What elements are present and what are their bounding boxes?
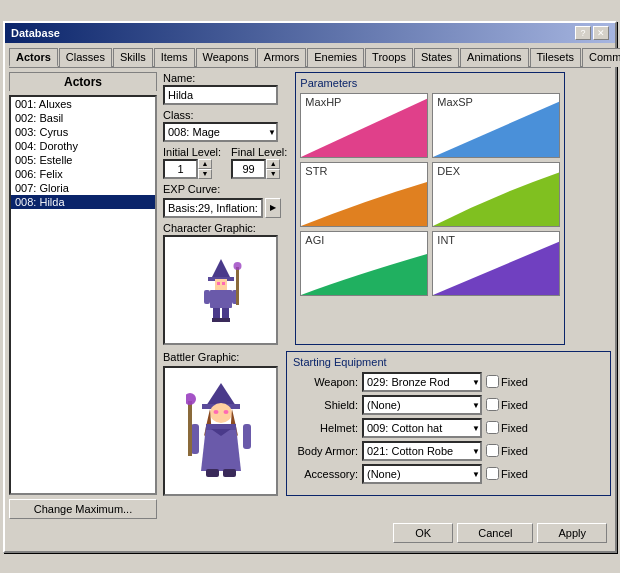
svg-point-25: [186, 393, 196, 405]
svg-rect-28: [223, 469, 236, 477]
fixed-checkbox-1: Fixed: [486, 398, 528, 411]
name-input[interactable]: [163, 85, 278, 105]
fixed-checkbox-3: Fixed: [486, 444, 528, 457]
svg-rect-4: [222, 282, 225, 285]
equip-label-1: Shield:: [293, 399, 358, 411]
fixed-label-2: Fixed: [501, 422, 528, 434]
cancel-button[interactable]: Cancel: [457, 523, 533, 543]
change-maximum-button[interactable]: Change Maximum...: [9, 499, 157, 519]
initial-level-down[interactable]: ▼: [198, 169, 212, 179]
final-level-label: Final Level:: [231, 146, 287, 158]
final-level-spinner: ▲ ▼: [231, 159, 287, 179]
actor-item-004[interactable]: 004: Dorothy: [11, 139, 155, 153]
tab-skills[interactable]: Skills: [113, 48, 153, 67]
equip-select-4[interactable]: (None): [362, 464, 482, 484]
param-grid: MaxHPMaxSPSTRDEXAGIINT: [300, 93, 560, 296]
ok-button[interactable]: OK: [393, 523, 453, 543]
initial-level-input[interactable]: [163, 159, 198, 179]
param-box-str: STR: [300, 162, 428, 227]
apply-button[interactable]: Apply: [537, 523, 607, 543]
equip-label-0: Weapon:: [293, 376, 358, 388]
tab-animations[interactable]: Animations: [460, 48, 528, 67]
exp-expand-button[interactable]: ▶: [265, 198, 281, 218]
equip-select-wrapper-2: 009: Cotton hat: [362, 418, 482, 438]
equipment-title: Starting Equipment: [293, 356, 604, 368]
final-level-down[interactable]: ▼: [266, 169, 280, 179]
title-bar: Database ? ✕: [5, 23, 615, 43]
fixed-check-3[interactable]: [486, 444, 499, 457]
fixed-check-0[interactable]: [486, 375, 499, 388]
actor-item-003[interactable]: 003: Cyrus: [11, 125, 155, 139]
parameters-section: Parameters MaxHPMaxSPSTRDEXAGIINT: [295, 72, 565, 345]
svg-rect-12: [212, 318, 221, 322]
actor-item-007[interactable]: 007: Gloria: [11, 181, 155, 195]
equip-select-2[interactable]: 009: Cotton hat: [362, 418, 482, 438]
tab-troops[interactable]: Troops: [365, 48, 413, 67]
fixed-check-2[interactable]: [486, 421, 499, 434]
actor-list[interactable]: 001: Aluxes002: Basil003: Cyrus004: Doro…: [9, 95, 157, 495]
param-label-maxsp: MaxSP: [437, 96, 472, 108]
svg-point-19: [210, 403, 232, 423]
svg-point-20: [213, 410, 218, 414]
main-layout: Actors 001: Aluxes002: Basil003: Cyrus00…: [9, 72, 611, 519]
final-level-group: Final Level: ▲ ▼: [231, 146, 287, 179]
fixed-checkbox-2: Fixed: [486, 421, 528, 434]
tab-items[interactable]: Items: [154, 48, 195, 67]
class-select[interactable]: 008: Mage: [163, 122, 278, 142]
form-section: Name: Class: 008: Mage: [163, 72, 287, 345]
param-box-dex: DEX: [432, 162, 560, 227]
tab-common-events[interactable]: Common Events: [582, 48, 620, 67]
character-sprite-svg: [196, 257, 246, 322]
tab-bar: ActorsClassesSkillsItemsWeaponsArmorsEne…: [9, 47, 611, 68]
actor-item-005[interactable]: 005: Estelle: [11, 153, 155, 167]
level-row: Initial Level: ▲ ▼ Fina: [163, 146, 287, 179]
fixed-label-1: Fixed: [501, 399, 528, 411]
actors-panel-title: Actors: [9, 72, 157, 91]
actor-item-002[interactable]: 002: Basil: [11, 111, 155, 125]
left-panel: Actors 001: Aluxes002: Basil003: Cyrus00…: [9, 72, 157, 519]
actor-item-008[interactable]: 008: Hilda: [11, 195, 155, 209]
fixed-check-4[interactable]: [486, 467, 499, 480]
exp-label: EXP Curve:: [163, 183, 287, 195]
svg-marker-0: [211, 259, 231, 279]
exp-input[interactable]: [163, 198, 263, 218]
character-graphic-preview[interactable]: [163, 235, 278, 345]
fixed-check-1[interactable]: [486, 398, 499, 411]
tab-armors[interactable]: Armors: [257, 48, 306, 67]
title-bar-buttons: ? ✕: [575, 26, 609, 40]
equip-select-3[interactable]: 021: Cotton Robe: [362, 441, 482, 461]
tab-weapons[interactable]: Weapons: [196, 48, 256, 67]
equip-select-0[interactable]: 029: Bronze Rod: [362, 372, 482, 392]
tab-enemies[interactable]: Enemies: [307, 48, 364, 67]
initial-level-up[interactable]: ▲: [198, 159, 212, 169]
actor-item-006[interactable]: 006: Felix: [11, 167, 155, 181]
battler-graphic-preview[interactable]: [163, 366, 278, 496]
tab-actors[interactable]: Actors: [9, 48, 58, 67]
final-level-input[interactable]: [231, 159, 266, 179]
initial-level-group: Initial Level: ▲ ▼: [163, 146, 221, 179]
name-field-group: Name:: [163, 72, 287, 105]
tab-states[interactable]: States: [414, 48, 459, 67]
svg-rect-13: [221, 318, 230, 322]
name-label: Name:: [163, 72, 287, 84]
param-label-agi: AGI: [305, 234, 324, 246]
equip-select-1[interactable]: (None): [362, 395, 482, 415]
fixed-label-4: Fixed: [501, 468, 528, 480]
param-label-str: STR: [305, 165, 327, 177]
equip-row-2: Helmet:009: Cotton hatFixed: [293, 418, 604, 438]
help-button[interactable]: ?: [575, 26, 591, 40]
tab-tilesets[interactable]: Tilesets: [530, 48, 582, 67]
second-row: Battler Graphic:: [163, 351, 611, 496]
fixed-label-3: Fixed: [501, 445, 528, 457]
close-button[interactable]: ✕: [593, 26, 609, 40]
fixed-checkbox-0: Fixed: [486, 375, 528, 388]
equip-label-4: Accessory:: [293, 468, 358, 480]
final-level-up[interactable]: ▲: [266, 159, 280, 169]
svg-marker-17: [206, 383, 236, 406]
tab-classes[interactable]: Classes: [59, 48, 112, 67]
actor-item-001[interactable]: 001: Aluxes: [11, 97, 155, 111]
exp-section: EXP Curve: ▶: [163, 183, 287, 218]
param-box-maxhp: MaxHP: [300, 93, 428, 158]
initial-level-spin-buttons: ▲ ▼: [198, 159, 212, 179]
equipment-rows: Weapon:029: Bronze RodFixedShield:(None)…: [293, 372, 604, 484]
